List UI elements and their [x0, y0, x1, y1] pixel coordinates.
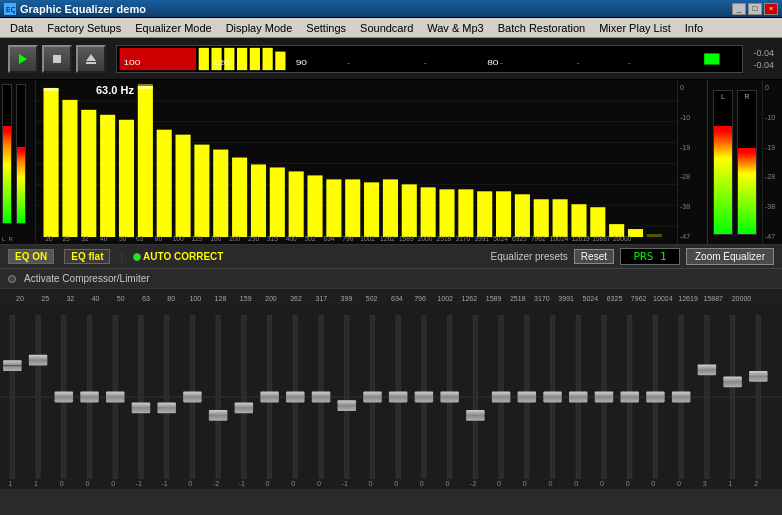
svg-rect-12 — [263, 47, 273, 69]
reset-button[interactable]: Reset — [574, 249, 614, 264]
svg-text:634: 634 — [391, 295, 403, 302]
svg-text:502: 502 — [366, 295, 378, 302]
svg-rect-53 — [421, 187, 436, 237]
svg-text:200: 200 — [229, 235, 240, 242]
eq-on-button[interactable]: EQ ON — [8, 249, 54, 264]
svg-rect-131 — [10, 316, 14, 478]
menu-item-mixer-play-list[interactable]: Mixer Play List — [593, 20, 677, 36]
svg-rect-151 — [235, 402, 254, 413]
compressor-radio[interactable] — [8, 275, 16, 283]
svg-text:5024: 5024 — [493, 235, 508, 242]
menu-item-batch-restoration[interactable]: Batch Restoration — [492, 20, 591, 36]
svg-rect-185 — [672, 392, 691, 403]
svg-rect-42 — [213, 150, 228, 237]
svg-text:1002: 1002 — [360, 235, 375, 242]
svg-rect-173 — [518, 392, 537, 403]
close-button[interactable]: × — [764, 3, 778, 15]
menu-item-display-mode[interactable]: Display Mode — [220, 20, 299, 36]
maximize-button[interactable]: □ — [748, 3, 762, 15]
svg-text:12619: 12619 — [678, 295, 698, 302]
svg-rect-187 — [698, 365, 717, 376]
svg-text:1: 1 — [34, 479, 38, 488]
svg-rect-145 — [157, 402, 176, 413]
svg-rect-181 — [620, 392, 639, 403]
svg-rect-36 — [119, 120, 134, 237]
compressor-row: Activate Compressor/Limiter — [0, 269, 782, 289]
svg-text:80: 80 — [167, 295, 175, 302]
svg-rect-168 — [473, 316, 477, 478]
play-button[interactable] — [8, 45, 38, 73]
eq-flat-button[interactable]: EQ flat — [64, 249, 110, 264]
menu-item-data[interactable]: Data — [4, 20, 39, 36]
svg-text:25: 25 — [62, 235, 70, 242]
svg-text:80: 80 — [487, 57, 498, 65]
svg-rect-45 — [270, 167, 285, 237]
menu-item-wav-&-mp3[interactable]: Wav & Mp3 — [421, 20, 489, 36]
frequency-label: 63.0 Hz — [96, 84, 134, 96]
svg-text:12619: 12619 — [571, 235, 590, 242]
svg-rect-7 — [199, 47, 209, 69]
svg-rect-157 — [312, 392, 331, 403]
transport-bar: 100 120 90 80 - - - - - -0.04 -0.04 — [0, 38, 782, 80]
left-scale: L R — [0, 80, 36, 244]
svg-text:0: 0 — [60, 479, 64, 488]
svg-rect-175 — [543, 392, 562, 403]
menu-item-settings[interactable]: Settings — [300, 20, 352, 36]
auto-correct-radio — [133, 253, 141, 261]
svg-rect-34 — [81, 110, 96, 237]
svg-rect-43 — [232, 158, 247, 238]
eject-button[interactable] — [76, 45, 106, 73]
svg-text:-1: -1 — [136, 479, 142, 488]
svg-rect-159 — [337, 400, 356, 411]
right-scale-2: 0 -10 -19 -28 -38 -47 — [762, 80, 782, 244]
svg-text:100: 100 — [189, 295, 201, 302]
svg-text:7962: 7962 — [531, 235, 546, 242]
svg-text:128: 128 — [215, 295, 227, 302]
svg-text:0: 0 — [85, 479, 89, 488]
svg-rect-147 — [183, 392, 202, 403]
svg-rect-191 — [749, 371, 768, 382]
svg-text:262: 262 — [290, 295, 302, 302]
svg-text:634: 634 — [324, 235, 335, 242]
zoom-equalizer-button[interactable]: Zoom Equalizer — [686, 248, 774, 265]
svg-rect-10 — [237, 47, 247, 69]
svg-rect-52 — [402, 184, 417, 237]
title-buttons: _ □ × — [732, 3, 778, 15]
menu-item-equalizer-mode[interactable]: Equalizer Mode — [129, 20, 217, 36]
svg-text:-1: -1 — [161, 479, 167, 488]
eq-controls: EQ ON EQ flat | AUTO CORRECT Equalizer p… — [0, 245, 782, 269]
svg-text:399: 399 — [341, 295, 353, 302]
svg-text:0: 0 — [651, 479, 655, 488]
svg-rect-57 — [496, 191, 511, 237]
auto-correct-toggle[interactable]: AUTO CORRECT — [133, 251, 223, 262]
minimize-button[interactable]: _ — [732, 3, 746, 15]
spectrum-bars-svg: 20 25 32 40 50 63 80 100 125 160 200 250… — [36, 80, 677, 244]
vu-channel-right: R — [737, 90, 757, 235]
spectrum-display: 63.0 Hz -10 -19 -28 -38 -47 — [36, 80, 677, 244]
svg-text:2518: 2518 — [510, 295, 526, 302]
svg-text:5024: 5024 — [582, 295, 598, 302]
svg-text:20000: 20000 — [732, 295, 752, 302]
svg-text:40: 40 — [100, 235, 108, 242]
menu-item-info[interactable]: Info — [679, 20, 709, 36]
svg-text:159: 159 — [240, 295, 252, 302]
svg-rect-60 — [553, 199, 568, 237]
svg-text:EQ: EQ — [6, 6, 15, 14]
svg-rect-179 — [595, 392, 614, 403]
svg-rect-169 — [466, 410, 485, 421]
svg-text:315: 315 — [267, 235, 278, 242]
svg-text:1002: 1002 — [437, 295, 453, 302]
svg-text:1589: 1589 — [486, 295, 502, 302]
svg-text:0: 0 — [188, 479, 192, 488]
svg-text:10024: 10024 — [653, 295, 673, 302]
svg-text:-: - — [628, 57, 631, 65]
menu-item-soundcard[interactable]: Soundcard — [354, 20, 419, 36]
svg-text:63: 63 — [142, 295, 150, 302]
stop-button[interactable] — [42, 45, 72, 73]
svg-text:-: - — [423, 57, 426, 65]
menu-item-factory-setups[interactable]: Factory Setups — [41, 20, 127, 36]
svg-rect-44 — [251, 164, 266, 237]
svg-rect-37 — [138, 88, 153, 237]
app-icon: EQ — [4, 3, 16, 15]
svg-rect-39 — [157, 130, 172, 237]
